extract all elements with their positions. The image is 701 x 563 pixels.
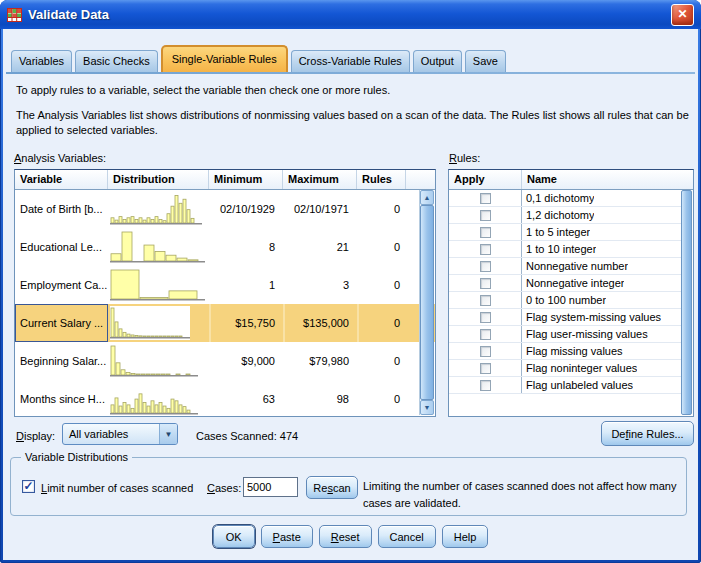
distribution-cell	[108, 342, 209, 380]
rules-count-cell: 0	[357, 190, 406, 228]
minimum-cell: 63	[209, 380, 283, 418]
analysis-row[interactable]: Beginning Salar...$9,000$79,9800	[15, 342, 435, 380]
analysis-row[interactable]: Date of Birth [b...02/10/192902/10/19710	[15, 190, 435, 228]
analysis-row[interactable]: Educational Le...8210	[15, 228, 435, 266]
scroll-down-icon[interactable]: ▼	[420, 400, 434, 415]
analysis-variables-label: Analysis Variables:	[14, 152, 106, 164]
rules-label: Rules:	[449, 152, 480, 164]
rule-apply-checkbox[interactable]	[480, 380, 491, 391]
display-variables-dropdown[interactable]: All variables ▼	[62, 423, 178, 445]
cases-input[interactable]	[243, 477, 298, 497]
paste-button[interactable]: Paste	[261, 525, 313, 548]
rules-table-scrollbar[interactable]	[681, 190, 692, 415]
rules-count-cell: 0	[357, 342, 406, 380]
rule-name: Flag system-missing values	[522, 311, 661, 323]
dialog-body: VariablesBasic ChecksSingle-Variable Rul…	[3, 29, 698, 560]
cancel-button[interactable]: Cancel	[378, 525, 436, 548]
scroll-up-icon[interactable]: ▲	[420, 190, 434, 205]
rule-apply-checkbox[interactable]	[480, 329, 491, 340]
validate-data-dialog: Validate Data ✕ VariablesBasic ChecksSin…	[0, 0, 701, 563]
define-rules-button[interactable]: Define Rules...	[601, 421, 694, 446]
apply-cell	[449, 190, 522, 206]
rule-row[interactable]: 1 to 10 integer	[449, 241, 681, 258]
tab-output[interactable]: Output	[413, 50, 462, 72]
rule-apply-checkbox[interactable]	[480, 312, 491, 323]
column-header-rules[interactable]: Rules	[357, 170, 406, 189]
group-title: Variable Distributions	[21, 451, 132, 463]
maximum-cell: $135,000	[283, 304, 357, 342]
analysis-row[interactable]: Months since H...63980	[15, 380, 435, 418]
variable-name-cell: Beginning Salar...	[15, 342, 108, 380]
histogram-icon	[110, 192, 205, 226]
tab-single-variable-rules[interactable]: Single-Variable Rules	[161, 45, 288, 72]
rule-row[interactable]: Flag unlabeled values	[449, 377, 681, 394]
variable-name-cell: Date of Birth [b...	[15, 190, 108, 228]
tab-cross-variable-rules[interactable]: Cross-Variable Rules	[291, 50, 410, 72]
rule-name: Flag unlabeled values	[522, 379, 633, 391]
rules-count-cell: 0	[357, 304, 406, 342]
histogram-icon	[110, 230, 205, 264]
rule-name: 0 to 100 number	[522, 294, 606, 306]
limit-cases-label: Limit number of cases scanned	[41, 482, 193, 494]
rule-row[interactable]: 0 to 100 number	[449, 292, 681, 309]
rule-row[interactable]: 0,1 dichotomy	[449, 190, 681, 207]
rule-row[interactable]: Flag user-missing values	[449, 326, 681, 343]
minimum-cell: 1	[209, 266, 283, 304]
reset-button[interactable]: Reset	[319, 525, 372, 548]
rule-apply-checkbox[interactable]	[480, 261, 491, 272]
analysis-variables-table: Variable Distribution Minimum Maximum Ru…	[14, 169, 436, 417]
column-header-variable[interactable]: Variable	[15, 170, 108, 189]
apply-cell	[449, 326, 522, 342]
tab-save[interactable]: Save	[465, 50, 506, 72]
column-header-distribution[interactable]: Distribution	[108, 170, 209, 189]
instruction-line-1: To apply rules to a variable, select the…	[16, 84, 390, 96]
maximum-cell: $79,980	[283, 342, 357, 380]
rule-apply-checkbox[interactable]	[480, 244, 491, 255]
ok-button[interactable]: OK	[213, 525, 255, 548]
tab-variables[interactable]: Variables	[11, 50, 72, 72]
apply-cell	[449, 224, 522, 240]
rules-count-cell: 0	[357, 266, 406, 304]
rule-apply-checkbox[interactable]	[480, 278, 491, 289]
rule-apply-checkbox[interactable]	[480, 295, 491, 306]
rules-table-rows: 0,1 dichotomy1,2 dichotomy1 to 5 integer…	[449, 190, 681, 394]
rule-row[interactable]: Flag system-missing values	[449, 309, 681, 326]
histogram-icon	[110, 306, 205, 340]
analysis-table-scrollbar[interactable]: ▲ ▼	[419, 190, 434, 415]
limit-cases-checkbox[interactable]: ✓	[22, 480, 35, 493]
analysis-row[interactable]: Employment Ca...130	[15, 266, 435, 304]
rule-apply-checkbox[interactable]	[480, 227, 491, 238]
rescan-button[interactable]: Rescan	[306, 476, 358, 499]
apply-cell	[449, 207, 522, 223]
chevron-down-icon[interactable]: ▼	[159, 424, 177, 444]
column-header-apply[interactable]: Apply	[449, 170, 522, 189]
close-button[interactable]: ✕	[671, 4, 694, 26]
apply-cell	[449, 275, 522, 291]
dropdown-selected-value: All variables	[63, 428, 159, 440]
rules-table: Apply Name 0,1 dichotomy1,2 dichotomy1 t…	[448, 169, 694, 417]
rule-row[interactable]: Flag noninteger values	[449, 360, 681, 377]
tab-separator-line	[6, 72, 695, 74]
minimum-cell: 8	[209, 228, 283, 266]
tab-basic-checks[interactable]: Basic Checks	[75, 50, 158, 72]
column-header-minimum[interactable]: Minimum	[209, 170, 283, 189]
column-header-maximum[interactable]: Maximum	[283, 170, 357, 189]
rule-row[interactable]: 1,2 dichotomy	[449, 207, 681, 224]
rule-row[interactable]: Nonnegative integer	[449, 275, 681, 292]
maximum-cell: 02/10/1971	[283, 190, 357, 228]
rule-row[interactable]: Nonnegative number	[449, 258, 681, 275]
maximum-cell: 21	[283, 228, 357, 266]
column-header-name[interactable]: Name	[522, 170, 693, 189]
rule-apply-checkbox[interactable]	[480, 346, 491, 357]
rule-apply-checkbox[interactable]	[480, 193, 491, 204]
analysis-row[interactable]: Current Salary ...$15,750$135,0000	[15, 304, 435, 342]
scrollbar-thumb[interactable]	[420, 205, 434, 400]
tab-bar: VariablesBasic ChecksSingle-Variable Rul…	[11, 45, 506, 72]
rule-row[interactable]: Flag missing values	[449, 343, 681, 360]
rule-row[interactable]: 1 to 5 integer	[449, 224, 681, 241]
rule-name: 1 to 10 integer	[522, 243, 596, 255]
rule-apply-checkbox[interactable]	[480, 210, 491, 221]
rule-apply-checkbox[interactable]	[480, 363, 491, 374]
validate-data-icon	[7, 8, 22, 22]
help-button[interactable]: Help	[442, 525, 489, 548]
